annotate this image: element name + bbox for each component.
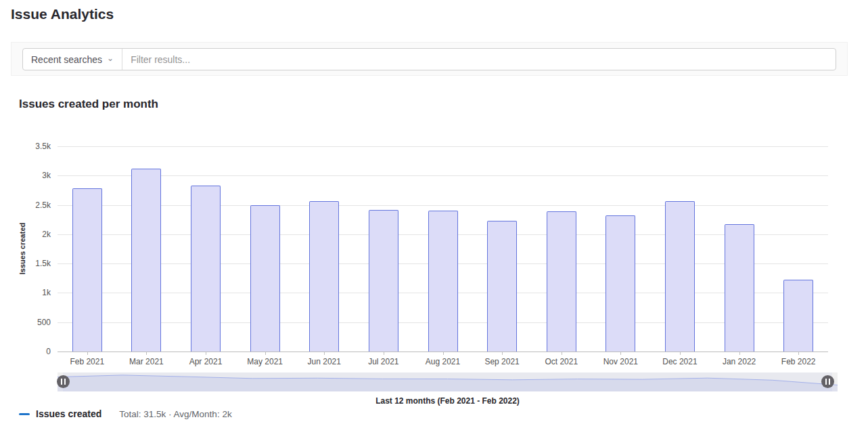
- slider-selected-range[interactable]: [63, 372, 832, 391]
- x-tick-label: May 2021: [235, 357, 295, 366]
- x-tick-label: Nov 2021: [591, 357, 651, 366]
- legend-series-label: Issues created: [36, 408, 101, 419]
- gridline: [58, 205, 828, 206]
- page-title: Issue Analytics: [11, 6, 114, 22]
- bar-mar-2021[interactable]: [131, 169, 161, 352]
- pause-icon: [825, 379, 830, 385]
- bar-dec-2021[interactable]: [665, 201, 695, 352]
- x-axis-tick: [502, 352, 503, 355]
- bar-feb-2022[interactable]: [783, 280, 813, 352]
- bar-may-2021[interactable]: [250, 205, 280, 352]
- x-axis-tick: [206, 352, 206, 355]
- bar-sep-2021[interactable]: [487, 221, 517, 352]
- bar-apr-2021[interactable]: [191, 186, 221, 352]
- recent-searches-dropdown[interactable]: Recent searches ⌄: [23, 49, 122, 70]
- x-tick-label: Apr 2021: [176, 357, 235, 366]
- x-axis-tick: [146, 352, 147, 355]
- x-tick-label: Mar 2021: [117, 357, 177, 366]
- filtered-search-control: Recent searches ⌄: [22, 48, 836, 70]
- x-axis-tick: [265, 352, 266, 355]
- y-tick-label: 2k: [5, 230, 51, 239]
- slider-handle-left[interactable]: [57, 375, 70, 388]
- bar-nov-2021[interactable]: [606, 215, 635, 352]
- x-tick-label: Jul 2021: [354, 357, 413, 366]
- slider-range-label: Last 12 months (Feb 2021 - Feb 2022): [58, 396, 838, 406]
- bar-jun-2021[interactable]: [309, 201, 339, 352]
- y-tick-label: 1.5k: [5, 259, 51, 268]
- x-axis-tick: [798, 352, 799, 355]
- x-axis-tick: [324, 352, 325, 355]
- x-tick-label: Dec 2021: [650, 357, 710, 366]
- y-tick-label: 3k: [5, 171, 51, 180]
- x-tick-label: Sep 2021: [472, 357, 532, 366]
- y-tick-label: 500: [5, 318, 51, 327]
- y-tick-label: 0: [5, 347, 51, 356]
- x-axis-tick: [739, 352, 740, 355]
- y-tick-label: 1k: [5, 288, 51, 297]
- chart-title: Issues created per month: [19, 98, 158, 111]
- legend-line-marker: [19, 413, 30, 415]
- chart-legend[interactable]: Issues created Total: 31.5k · Avg/Month:…: [19, 407, 232, 421]
- filter-results-input[interactable]: [122, 49, 836, 70]
- x-axis-tick: [87, 352, 88, 355]
- x-axis-tick: [562, 352, 562, 355]
- filter-bar: Recent searches ⌄: [11, 42, 848, 76]
- x-axis-tick: [443, 352, 444, 355]
- legend-summary: Total: 31.5k · Avg/Month: 2k: [119, 409, 231, 419]
- bar-aug-2021[interactable]: [428, 211, 458, 352]
- bar-jan-2022[interactable]: [725, 224, 754, 352]
- gridline: [58, 175, 828, 176]
- bar-oct-2021[interactable]: [547, 211, 576, 352]
- x-axis-tick: [384, 352, 384, 355]
- x-tick-label: Aug 2021: [413, 357, 473, 366]
- x-tick-label: Feb 2022: [769, 357, 828, 366]
- bar-jul-2021[interactable]: [369, 210, 398, 352]
- chevron-down-icon: ⌄: [107, 54, 114, 62]
- gridline: [58, 146, 828, 147]
- x-tick-label: Oct 2021: [532, 357, 591, 366]
- data-zoom-slider[interactable]: [58, 372, 838, 391]
- bar-feb-2021[interactable]: [72, 188, 102, 352]
- plot-area: 05001k1.5k2k2.5k3k3.5kFeb 2021Mar 2021Ap…: [58, 146, 828, 352]
- x-tick-label: Jun 2021: [294, 357, 354, 366]
- x-tick-label: Feb 2021: [58, 357, 117, 366]
- pause-icon: [61, 379, 66, 385]
- slider-handle-right[interactable]: [821, 375, 834, 388]
- x-axis-tick: [680, 352, 681, 355]
- recent-searches-label: Recent searches: [31, 54, 102, 65]
- x-tick-label: Jan 2022: [710, 357, 769, 366]
- x-axis-tick: [620, 352, 621, 355]
- y-tick-label: 2.5k: [5, 200, 51, 210]
- y-tick-label: 3.5k: [5, 142, 51, 151]
